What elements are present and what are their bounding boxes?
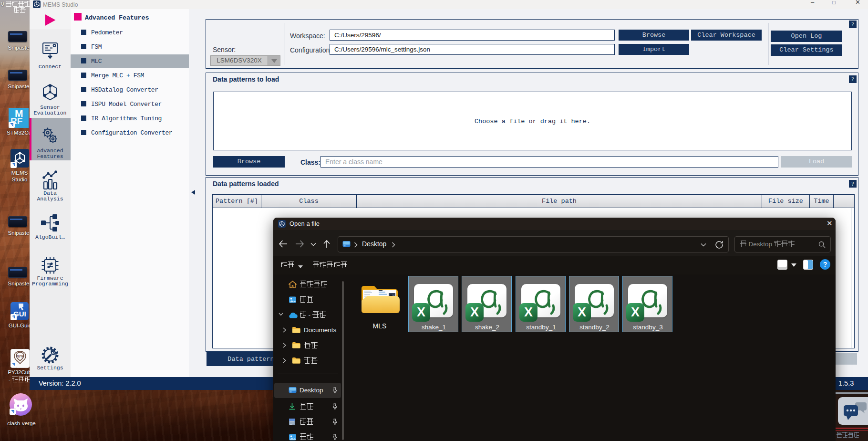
svg-text:PUYA: PUYA — [16, 355, 24, 358]
